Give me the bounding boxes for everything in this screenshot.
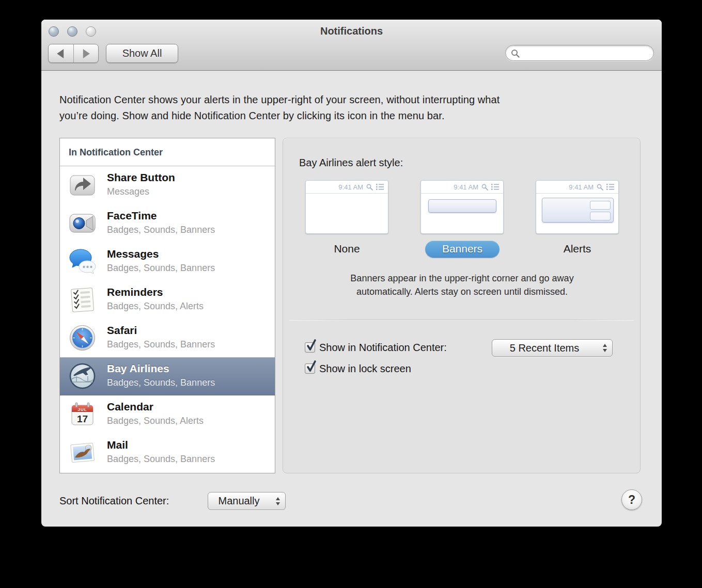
alert-sample <box>542 198 614 223</box>
show-in-lock-screen-label[interactable]: Show in lock screen <box>319 363 411 375</box>
show-in-notification-center-label[interactable]: Show in Notification Center: <box>319 342 447 354</box>
sort-notification-center-label: Sort Notification Center: <box>59 495 169 507</box>
alert-style-option-alerts[interactable]: Alerts <box>536 243 619 255</box>
recent-items-popup[interactable]: 5 Recent Items <box>492 339 613 357</box>
preview-time: 9:41 AM <box>454 183 478 191</box>
preview-time: 9:41 AM <box>569 183 594 191</box>
calendar-icon: JUL 17 <box>68 400 97 428</box>
help-button[interactable]: ? <box>621 489 642 510</box>
list-section-header: In Notification Center <box>60 138 275 158</box>
alert-style-alerts-preview[interactable]: 9:41 AM <box>536 180 619 234</box>
bay-airlines-icon <box>68 362 97 390</box>
alert-style-panel: Bay Airlines alert style: 9:41 AM <box>283 138 641 473</box>
alert-style-description: Banners appear in the upper-right corner… <box>314 272 610 298</box>
spotlight-icon <box>366 184 373 190</box>
window-header: Notifications Show All <box>41 20 662 71</box>
messages-icon <box>68 247 97 276</box>
stepper-arrows-icon <box>276 497 280 505</box>
alert-sample-button <box>590 212 611 220</box>
panel-divider <box>289 320 634 321</box>
desktop: Notifications Show All Notificatio <box>0 0 702 588</box>
forward-arrow-icon <box>83 49 90 58</box>
sidebar-item-facetime[interactable]: FaceTime Badges, Sounds, Banners <box>60 204 275 243</box>
show-all-button[interactable]: Show All <box>106 44 178 63</box>
spotlight-icon <box>481 184 488 190</box>
reminders-icon <box>68 285 97 314</box>
sidebar-item-mail[interactable]: Mail Badges, Sounds, Banners <box>60 434 275 472</box>
back-forward-control <box>48 44 99 63</box>
recent-items-value: 5 Recent Items <box>492 340 597 356</box>
mail-icon <box>68 438 97 467</box>
intro-line-1: Notification Center shows your alerts in… <box>59 92 648 108</box>
notification-center-icon <box>376 184 384 190</box>
notification-center-list: In Notification Center Share Button Mess… <box>59 138 275 473</box>
alert-style-none-preview[interactable]: 9:41 AM <box>305 180 388 234</box>
alert-style-option-none[interactable]: None <box>305 243 388 255</box>
alert-style-banners-preview[interactable]: 9:41 AM <box>420 180 504 234</box>
alert-style-label: Bay Airlines alert style: <box>299 157 403 169</box>
facetime-icon <box>68 209 97 237</box>
show-in-notification-center-checkbox[interactable] <box>305 342 315 353</box>
alert-sample-button <box>590 201 611 210</box>
intro-text: Notification Center shows your alerts in… <box>59 92 648 124</box>
safari-icon <box>68 324 97 352</box>
preview-menubar: 9:41 AM <box>306 181 388 194</box>
sidebar-item-calendar[interactable]: JUL 17 Calendar Badges, Sounds, Alerts <box>60 395 275 434</box>
preview-menubar: 9:41 AM <box>421 181 503 194</box>
svg-text:17: 17 <box>77 414 88 424</box>
banner-sample <box>428 199 496 213</box>
alert-style-option-banners[interactable]: Banners <box>425 241 500 258</box>
back-arrow-icon <box>57 49 64 58</box>
search-input[interactable] <box>522 47 649 59</box>
window-title: Notifications <box>41 25 662 37</box>
show-in-lock-screen-checkbox[interactable] <box>305 363 315 374</box>
sidebar-item-safari[interactable]: Safari Badges, Sounds, Banners <box>60 319 275 357</box>
magnifier-icon <box>511 49 520 58</box>
forward-button[interactable] <box>73 44 99 62</box>
sidebar-item-bay-airlines[interactable]: Bay Airlines Badges, Sounds, Banners <box>60 357 275 395</box>
preview-time: 9:41 AM <box>338 183 363 191</box>
back-button[interactable] <box>49 44 73 62</box>
spotlight-icon <box>597 184 603 190</box>
notification-center-icon <box>606 184 614 190</box>
intro-line-2: you’re doing. Show and hide Notification… <box>59 108 648 124</box>
share-icon <box>68 171 97 199</box>
svg-text:JUL: JUL <box>77 407 87 412</box>
preview-menubar: 9:41 AM <box>536 181 618 194</box>
checkmark-icon <box>305 360 318 374</box>
notifications-preferences-window: Notifications Show All Notificatio <box>41 20 662 527</box>
notification-center-icon <box>491 184 499 190</box>
sort-popup[interactable]: Manually <box>208 492 286 510</box>
sidebar-item-reminders[interactable]: Reminders Badges, Sounds, Alerts <box>60 281 275 319</box>
sidebar-item-messages[interactable]: Messages Badges, Sounds, Banners <box>60 243 275 281</box>
sidebar-item-share-button[interactable]: Share Button Messages <box>60 166 275 204</box>
checkmark-icon <box>305 339 318 353</box>
search-field[interactable] <box>505 45 654 61</box>
stepper-arrows-icon <box>603 344 607 352</box>
sort-value: Manually <box>208 492 270 510</box>
